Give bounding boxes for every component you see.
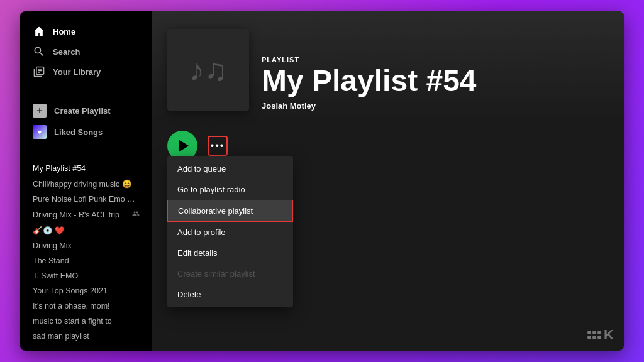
library-icon — [33, 65, 45, 78]
watermark-dots — [587, 331, 601, 339]
playlist-item-top-songs-2021[interactable]: Your Top Songs 2021 — [28, 283, 145, 299]
context-menu: Add to queue Go to playlist radio Collab… — [167, 156, 293, 307]
playlist-item-music-fight[interactable]: music to start a fight to — [28, 314, 145, 329]
collab-icon — [132, 210, 140, 219]
music-note-icon: ♪♫ — [189, 53, 227, 87]
sidebar-playlists: My Playlist #54 Chill/happy driving musi… — [20, 158, 152, 351]
playlist-item-label: music to start a fight to — [33, 317, 112, 326]
playlist-item-t-swift-emo[interactable]: T. Swift EMO — [28, 268, 145, 283]
playlist-item-driving-mix[interactable]: Driving Mix — [28, 238, 145, 253]
context-menu-add-to-queue[interactable]: Add to queue — [167, 158, 293, 179]
context-menu-add-to-profile[interactable]: Add to profile — [167, 222, 293, 243]
playlist-item-the-stand[interactable]: The Stand — [28, 253, 145, 268]
play-triangle-icon — [179, 140, 189, 152]
playlist-header: ♪♫ PLAYLIST My Playlist #54 Josiah Motle… — [152, 11, 624, 123]
liked-songs-label: Liked Songs — [54, 128, 103, 137]
playlist-item-label: Your Top Songs 2021 — [33, 287, 108, 295]
playlist-item-label: Driving Mix — [33, 241, 72, 250]
playlist-artwork: ♪♫ — [167, 29, 249, 111]
sidebar-divider-1 — [28, 92, 145, 92]
playlist-item-label: sad man playlist — [33, 332, 89, 341]
playlist-item-label: T. Swift EMO — [33, 272, 78, 280]
sidebar-item-search-label: Search — [53, 47, 80, 57]
create-playlist-button[interactable]: Create Playlist — [28, 100, 145, 121]
playlist-item-label: Driving Mix - R's ACL trip — [33, 211, 119, 219]
playlist-item-pure-noise[interactable]: Pure Noise Lofi Punk Emo Pop P... — [28, 192, 145, 207]
sidebar: Home Search Your Library — [20, 11, 152, 351]
watermark: K — [587, 327, 614, 343]
watermark-k: K — [604, 327, 614, 343]
sidebar-item-search[interactable]: Search — [28, 41, 145, 62]
playlist-item-chill-driving[interactable]: Chill/happy driving music 😄 — [28, 176, 145, 192]
context-menu-edit-details[interactable]: Edit details — [167, 243, 293, 263]
sidebar-item-home-label: Home — [53, 27, 75, 36]
sidebar-divider-2 — [28, 153, 145, 153]
playlist-item-my-playlist-54[interactable]: My Playlist #54 — [28, 161, 145, 176]
context-menu-delete[interactable]: Delete — [167, 284, 293, 305]
playlist-item-driving-mix-acl[interactable]: Driving Mix - R's ACL trip — [28, 207, 145, 222]
sidebar-actions: Create Playlist ♥ Liked Songs — [20, 97, 152, 148]
controls-bar: ••• Add to queue Go to playlist radio Co… — [152, 123, 624, 168]
sidebar-item-library[interactable]: Your Library — [28, 62, 145, 82]
playlist-title: My Playlist #54 — [262, 66, 609, 96]
playlist-owner: Josiah Motley — [262, 101, 609, 111]
search-icon — [33, 45, 45, 58]
heart-icon: ♥ — [33, 125, 47, 139]
sidebar-item-home[interactable]: Home — [28, 21, 145, 41]
context-menu-collaborative[interactable]: Collaborative playlist — [167, 200, 293, 222]
context-menu-create-similar: Create similar playlist — [167, 263, 293, 284]
playlist-item-not-a-phase[interactable]: It's not a phase, mom! — [28, 299, 145, 314]
playlist-item-label: It's not a phase, mom! — [33, 302, 110, 310]
main-content: ♪♫ PLAYLIST My Playlist #54 Josiah Motle… — [152, 11, 624, 351]
more-dots-icon: ••• — [211, 141, 225, 151]
context-menu-go-to-radio[interactable]: Go to playlist radio — [167, 179, 293, 200]
playlist-item-label: 🎸💿 ❤️ — [33, 226, 65, 235]
more-options-button[interactable]: ••• — [208, 136, 228, 156]
liked-songs-button[interactable]: ♥ Liked Songs — [28, 121, 145, 143]
playlist-item-sad-man[interactable]: sad man playlist — [28, 329, 145, 344]
playlist-item-emoji-row[interactable]: 🎸💿 ❤️ — [28, 222, 145, 238]
sidebar-item-library-label: Your Library — [53, 67, 101, 77]
playlist-item-label: My Playlist #54 — [33, 164, 86, 173]
playlist-item-label: Pure Noise Lofi Punk Emo Pop P... — [33, 195, 140, 204]
plus-icon — [33, 104, 47, 118]
playlist-item-label: The Stand — [33, 256, 69, 265]
sidebar-nav: Home Search Your Library — [20, 11, 152, 87]
app-container: Home Search Your Library — [20, 11, 624, 351]
playlist-type-label: PLAYLIST — [262, 56, 609, 63]
home-icon — [33, 25, 45, 38]
playlist-item-label: Chill/happy driving music 😄 — [33, 179, 132, 189]
playlist-info: PLAYLIST My Playlist #54 Josiah Motley — [262, 56, 609, 111]
create-playlist-label: Create Playlist — [54, 106, 111, 116]
